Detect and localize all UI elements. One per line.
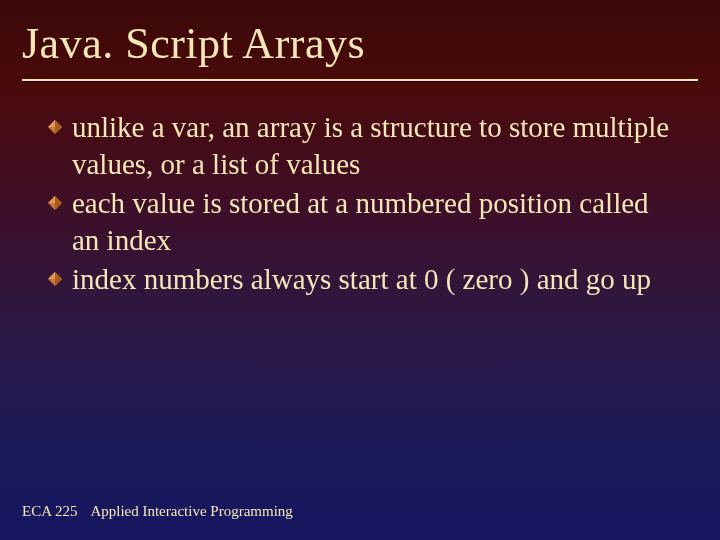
- svg-marker-7: [55, 272, 62, 286]
- bullet-text: unlike a var, an array is a structure to…: [72, 109, 680, 183]
- footer-course-title: Applied Interactive Programming: [90, 503, 292, 519]
- svg-marker-1: [55, 120, 62, 134]
- diamond-bullet-icon: [48, 120, 66, 138]
- slide-footer: ECA 225 Applied Interactive Programming: [22, 503, 293, 520]
- list-item: unlike a var, an array is a structure to…: [48, 109, 680, 183]
- bullet-text: index numbers always start at 0 ( zero )…: [72, 261, 651, 298]
- footer-course-code: ECA 225: [22, 503, 77, 519]
- list-item: index numbers always start at 0 ( zero )…: [48, 261, 680, 298]
- diamond-bullet-icon: [48, 196, 66, 214]
- slide-title: Java. Script Arrays: [0, 0, 720, 75]
- list-item: each value is stored at a numbered posit…: [48, 185, 680, 259]
- slide-body: unlike a var, an array is a structure to…: [0, 81, 720, 299]
- diamond-bullet-icon: [48, 272, 66, 290]
- bullet-text: each value is stored at a numbered posit…: [72, 185, 680, 259]
- svg-marker-4: [55, 196, 62, 210]
